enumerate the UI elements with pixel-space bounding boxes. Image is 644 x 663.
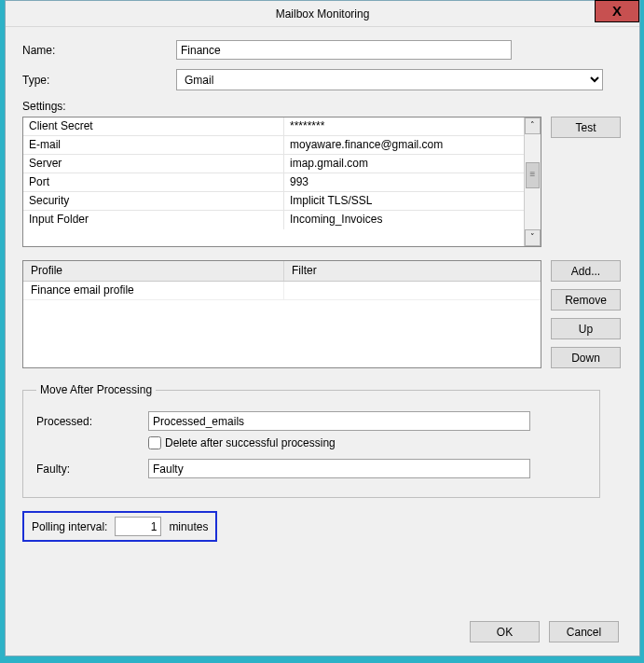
test-button[interactable]: Test	[551, 117, 621, 138]
settings-value: ********	[284, 117, 524, 135]
scroll-down-button[interactable]: ˅	[525, 229, 541, 246]
name-input[interactable]	[176, 40, 512, 60]
delete-after-checkbox[interactable]	[148, 436, 161, 449]
profile-cell: Finance email profile	[23, 282, 284, 299]
remove-button[interactable]: Remove	[551, 289, 621, 311]
down-button[interactable]: Down	[551, 347, 621, 368]
settings-row[interactable]: E-mail moyaware.finance@gmail.com	[23, 136, 524, 155]
settings-label: Settings:	[22, 100, 623, 113]
settings-grid: Client Secret ******** E-mail moyaware.f…	[22, 117, 541, 247]
settings-key: Port	[23, 173, 284, 191]
polling-interval-input[interactable]	[115, 517, 161, 536]
dialog-window: Mailbox Monitoring X Name: Type: Gmail S…	[5, 0, 640, 656]
cancel-button[interactable]: Cancel	[549, 621, 619, 642]
scroll-track[interactable]: ≡	[525, 134, 541, 229]
window-title: Mailbox Monitoring	[276, 7, 370, 21]
grip-icon: ≡	[527, 163, 539, 186]
polling-unit-label: minutes	[169, 520, 208, 533]
settings-value: imap.gmail.com	[284, 155, 524, 173]
close-button[interactable]: X	[595, 0, 639, 22]
scroll-thumb[interactable]: ≡	[526, 162, 540, 188]
faulty-input[interactable]	[148, 459, 530, 478]
chevron-down-icon: ˅	[530, 232, 535, 242]
scroll-up-button[interactable]: ˄	[525, 117, 541, 134]
settings-value: Implicit TLS/SSL	[284, 192, 524, 210]
type-select[interactable]: Gmail	[176, 69, 603, 90]
settings-row[interactable]: Port 993	[23, 173, 524, 192]
settings-key: Server	[23, 155, 284, 173]
settings-value: Incoming_Invoices	[284, 211, 524, 229]
filter-cell	[284, 282, 541, 299]
processed-label: Processed:	[36, 415, 148, 428]
profile-grid-header: Profile Filter	[23, 261, 541, 282]
settings-row[interactable]: Input Folder Incoming_Invoices	[23, 211, 524, 229]
profile-grid: Profile Filter Finance email profile	[22, 260, 541, 368]
settings-key: Client Secret	[23, 117, 284, 135]
profile-column-header[interactable]: Profile	[23, 261, 284, 281]
processed-input[interactable]	[148, 411, 530, 431]
settings-value: moyaware.finance@gmail.com	[284, 136, 524, 154]
settings-key: Input Folder	[23, 211, 284, 229]
faulty-label: Faulty:	[36, 463, 148, 476]
polling-label: Polling interval:	[32, 520, 107, 533]
polling-interval-group: Polling interval: minutes	[22, 511, 217, 542]
settings-row[interactable]: Client Secret ********	[23, 117, 524, 136]
settings-scrollbar[interactable]: ˄ ≡ ˅	[524, 117, 541, 246]
dialog-content: Name: Type: Gmail Settings: Client Secre…	[6, 27, 639, 553]
settings-key: Security	[23, 192, 284, 210]
close-icon: X	[612, 3, 622, 19]
filter-column-header[interactable]: Filter	[284, 261, 541, 281]
settings-grid-body: Client Secret ******** E-mail moyaware.f…	[23, 117, 524, 246]
chevron-up-icon: ˄	[530, 120, 535, 130]
move-after-processing-group: Move After Processing Processed: Delete …	[22, 383, 600, 498]
title-bar: Mailbox Monitoring X	[6, 1, 639, 27]
profile-row[interactable]: Finance email profile	[23, 282, 541, 300]
move-after-legend: Move After Processing	[36, 383, 156, 396]
type-label: Type:	[22, 74, 176, 87]
add-button[interactable]: Add...	[551, 260, 621, 282]
name-label: Name:	[22, 44, 176, 57]
delete-after-label: Delete after successful processing	[165, 436, 336, 449]
settings-key: E-mail	[23, 136, 284, 154]
settings-value: 993	[284, 173, 524, 191]
ok-button[interactable]: OK	[470, 621, 540, 642]
up-button[interactable]: Up	[551, 318, 621, 339]
settings-row[interactable]: Security Implicit TLS/SSL	[23, 192, 524, 211]
settings-row[interactable]: Server imap.gmail.com	[23, 155, 524, 173]
